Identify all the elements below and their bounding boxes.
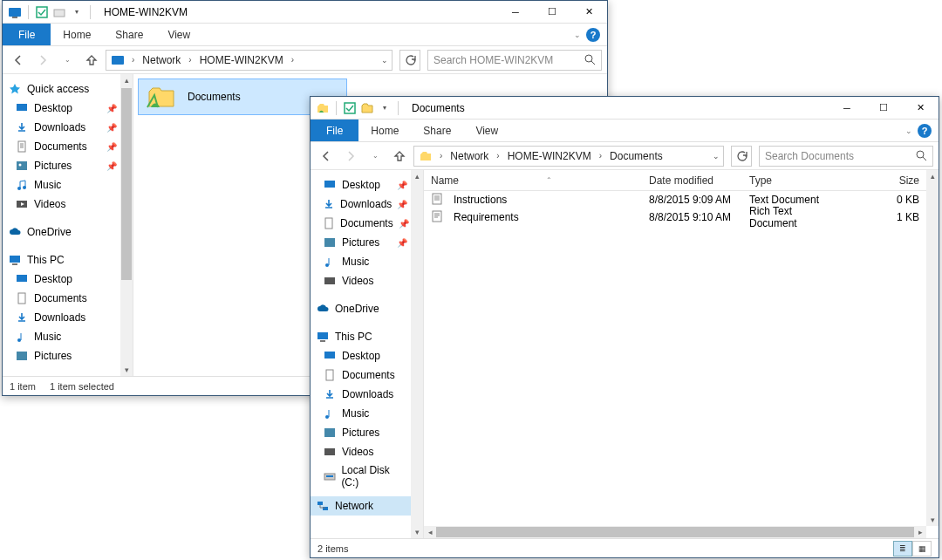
up-button[interactable] (81, 50, 102, 71)
nav-this-pc[interactable]: This PC (311, 327, 411, 346)
nav-desktop[interactable]: Desktop📌 (3, 99, 120, 118)
ribbon-expand-icon[interactable]: ⌄ (905, 126, 912, 135)
col-type[interactable]: Type (742, 174, 847, 187)
scroll-up-icon[interactable]: ▴ (411, 170, 423, 182)
tab-view[interactable]: View (463, 120, 510, 141)
nav-pictures[interactable]: Pictures📌 (3, 156, 120, 175)
address-dropdown-icon[interactable]: ⌄ (381, 56, 388, 65)
file-list[interactable]: Name⌃ Date modified Type Size Instructio… (424, 170, 939, 538)
nav-documents[interactable]: Documents📌 (3, 137, 120, 156)
titlebar[interactable]: ▾ HOME-WIN2KVM ─ ☐ ✕ (3, 1, 607, 24)
nav-network[interactable]: Network (311, 496, 411, 516)
nav-onedrive[interactable]: OneDrive (3, 222, 120, 242)
ribbon-expand-icon[interactable]: ⌄ (574, 31, 581, 39)
chevron-right-icon[interactable]: › (289, 55, 297, 65)
col-name[interactable]: Name⌃ (424, 174, 642, 187)
help-icon[interactable]: ? (918, 124, 932, 138)
file-row[interactable]: Requirements 8/8/2015 9:10 AM Rich Text … (424, 208, 926, 226)
tab-file[interactable]: File (3, 24, 51, 45)
address-dropdown-icon[interactable]: ⌄ (713, 152, 720, 160)
refresh-button[interactable] (731, 146, 752, 167)
scroll-up-icon[interactable]: ▴ (120, 74, 133, 86)
nav-pc-desktop[interactable]: Desktop (311, 346, 411, 365)
tab-share[interactable]: Share (411, 120, 463, 141)
nav-videos[interactable]: Videos (3, 195, 120, 214)
scroll-down-icon[interactable]: ▾ (120, 364, 133, 376)
chevron-right-icon[interactable]: › (186, 55, 194, 65)
scroll-up-icon[interactable]: ▴ (926, 170, 939, 182)
qat-properties-icon[interactable] (343, 101, 357, 115)
scroll-down-icon[interactable]: ▾ (926, 514, 939, 526)
nav-pc-documents[interactable]: Documents (3, 289, 120, 308)
col-date[interactable]: Date modified (642, 174, 742, 187)
chevron-right-icon[interactable]: › (437, 151, 445, 160)
scroll-thumb[interactable] (121, 88, 132, 280)
nav-pc-music[interactable]: Music (3, 327, 120, 346)
nav-onedrive[interactable]: OneDrive (311, 299, 411, 318)
scroll-down-icon[interactable]: ▾ (411, 526, 423, 538)
tab-share[interactable]: Share (103, 24, 155, 45)
qat-dropdown-icon[interactable]: ▾ (70, 5, 84, 19)
content-vscrollbar[interactable]: ▴ ▾ (926, 170, 939, 526)
nav-pc-documents[interactable]: Documents (311, 365, 411, 385)
address-bar[interactable]: › Network › HOME-WIN2KVM › ⌄ (106, 50, 392, 71)
qat-dropdown-icon[interactable]: ▾ (378, 101, 392, 115)
forward-button[interactable] (340, 146, 361, 167)
chevron-right-icon[interactable]: › (597, 151, 604, 160)
up-button[interactable] (389, 146, 410, 167)
qat-properties-icon[interactable] (35, 5, 49, 19)
history-dropdown[interactable]: ⌄ (57, 50, 78, 71)
col-size[interactable]: Size (847, 174, 926, 187)
tab-view[interactable]: View (155, 24, 202, 45)
nav-pc-pictures[interactable]: Pictures (311, 423, 411, 442)
scroll-right-icon[interactable]: ▸ (914, 528, 926, 536)
nav-pictures[interactable]: Pictures📌 (311, 233, 411, 252)
nav-videos[interactable]: Videos (311, 271, 411, 290)
nav-local-disk[interactable]: Local Disk (C:) (311, 461, 411, 491)
nav-music[interactable]: Music (3, 175, 120, 195)
nav-downloads[interactable]: Downloads📌 (311, 195, 411, 214)
chevron-right-icon[interactable]: › (494, 151, 502, 160)
back-button[interactable] (316, 146, 337, 167)
minimize-button[interactable]: ─ (829, 97, 865, 120)
breadcrumb-network[interactable]: Network (447, 150, 492, 162)
breadcrumb-network[interactable]: Network (139, 54, 184, 66)
nav-music[interactable]: Music (311, 252, 411, 271)
nav-desktop[interactable]: Desktop📌 (311, 175, 411, 195)
back-button[interactable] (8, 50, 29, 71)
close-button[interactable]: ✕ (902, 97, 939, 120)
scroll-thumb[interactable] (436, 527, 914, 537)
breadcrumb-documents[interactable]: Documents (606, 150, 666, 162)
history-dropdown[interactable]: ⌄ (365, 146, 386, 167)
help-icon[interactable]: ? (586, 28, 600, 42)
nav-documents[interactable]: Documents📌 (311, 214, 411, 233)
maximize-button[interactable]: ☐ (534, 1, 570, 24)
breadcrumb-host[interactable]: HOME-WIN2KVM (504, 150, 595, 162)
search-input[interactable]: Search HOME-WIN2KVM (427, 50, 602, 71)
qat-newfolder-icon[interactable] (52, 5, 66, 19)
tab-home[interactable]: Home (358, 120, 411, 141)
address-bar[interactable]: › Network › HOME-WIN2KVM › Documents ⌄ (413, 146, 724, 167)
icons-view-button[interactable]: ▦ (912, 541, 932, 557)
refresh-button[interactable] (399, 50, 420, 71)
nav-quick-access[interactable]: Quick access (3, 79, 120, 99)
scroll-left-icon[interactable]: ◂ (424, 528, 436, 536)
nav-downloads[interactable]: Downloads📌 (3, 118, 120, 137)
breadcrumb-host[interactable]: HOME-WIN2KVM (196, 54, 287, 66)
tab-file[interactable]: File (311, 120, 358, 141)
search-icon[interactable] (916, 150, 927, 161)
nav-pc-desktop[interactable]: Desktop (3, 270, 120, 289)
minimize-button[interactable]: ─ (497, 1, 534, 24)
forward-button[interactable] (32, 50, 53, 71)
nav-scrollbar[interactable]: ▴ ▾ (411, 170, 423, 538)
nav-this-pc[interactable]: This PC (3, 250, 120, 270)
nav-pc-pictures[interactable]: Pictures (3, 346, 120, 365)
nav-scrollbar[interactable]: ▴ ▾ (120, 74, 133, 376)
search-input[interactable]: Search Documents (759, 146, 933, 167)
file-row[interactable]: Instructions 8/8/2015 9:09 AM Text Docum… (424, 191, 926, 208)
titlebar[interactable]: ▾ Documents ─ ☐ ✕ (311, 97, 939, 120)
close-button[interactable]: ✕ (570, 1, 607, 24)
content-hscrollbar[interactable]: ◂ ▸ (424, 526, 926, 538)
qat-newfolder-icon[interactable] (360, 101, 374, 115)
chevron-right-icon[interactable]: › (129, 55, 137, 65)
